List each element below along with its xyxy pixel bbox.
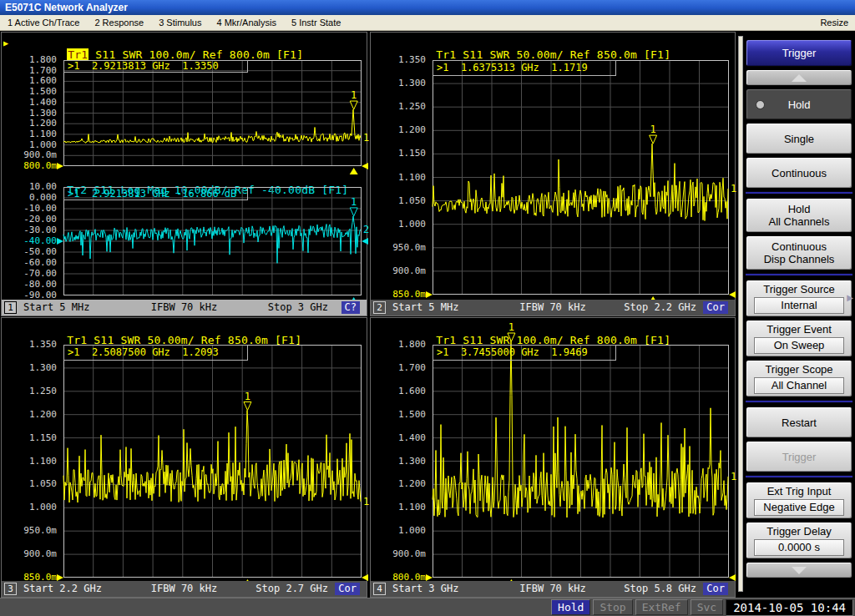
marker-1-icon[interactable]	[244, 402, 251, 411]
softkey-separator	[746, 475, 852, 478]
channel2-y-axis: 1.3501.3001.2501.2001.1501.1001.0501.000…	[371, 60, 429, 295]
softkey-scroll-up-button[interactable]	[746, 69, 852, 86]
softkey-continuous[interactable]: Continuous	[746, 157, 852, 189]
instrument-screen: E5071C Network Analyzer 1 Active Ch/Trac…	[0, 0, 855, 616]
channel3-status-bar: 3 Start 2.2 GHz IFBW 70 kHz Stop 2.7 GHz…	[2, 581, 367, 597]
channel3-plot[interactable]: 11 >1 2.5087500 GHz 1.2093	[63, 345, 362, 578]
softkey-label: All Channels	[769, 215, 830, 228]
softkey-single[interactable]: Single	[746, 123, 852, 154]
marker-number-label: 1	[351, 196, 357, 208]
y-axis-label: 1.350	[371, 55, 426, 65]
softkey-trigger-delay[interactable]: Trigger Delay0.0000 s	[746, 522, 852, 559]
y-axis-label: 800.0m	[2, 161, 57, 171]
softkey-restart[interactable]: Restart	[746, 406, 852, 438]
softkey-value: 0.0000 s	[754, 539, 844, 556]
y-axis-label: 950.0m	[2, 526, 57, 536]
status-indicator-svc: Svc	[691, 599, 723, 615]
softkey-trigger: Trigger	[746, 441, 852, 472]
channel-4-window[interactable]: Tr1 S11 SWR 100.0m/ Ref 800.0m [F1] 1.80…	[370, 317, 736, 598]
channel1-trace1-plot[interactable]: 11 >1 2.9213813 GHz 1.3350	[63, 60, 362, 166]
softkey-continuous[interactable]: ContinuousDisp Channels	[746, 235, 852, 270]
softkey-hold[interactable]: Hold	[746, 88, 852, 120]
trace-number-indicator: 2	[363, 224, 369, 235]
softkey-label: Trigger Source	[763, 283, 835, 295]
menu-item-4-mkr-analysis[interactable]: 4 Mkr/Analysis	[216, 15, 276, 30]
softkey-scroll-strip[interactable]	[738, 36, 743, 592]
ref-level-right-arrow-icon	[729, 574, 736, 581]
ref-level-left-arrow-icon	[57, 238, 63, 245]
y-axis-label: 950.0m	[371, 243, 426, 253]
selected-radio-icon	[756, 100, 765, 109]
softkey-scroll-down-button[interactable]	[746, 562, 852, 578]
ifbw-value: IFBW 70 kHz	[519, 583, 585, 594]
channel-3-window[interactable]: Tr1 S11 SWR 50.00m/ Ref 850.0m [F1] 1.35…	[1, 317, 367, 598]
softkey-panel: TriggerHoldSingleContinuousHoldAll Chann…	[737, 31, 855, 598]
menu-item-3-stimulus[interactable]: 3 Stimulus	[159, 15, 201, 30]
trace-name: Tr1	[67, 48, 89, 61]
y-axis-label: -70.00	[2, 269, 57, 279]
instrument-status-bar: HoldStopExtRefSvc2014-10-05 10:44	[0, 598, 855, 616]
y-axis-label: -60.00	[2, 258, 57, 268]
softkey-value: Negative Edge	[754, 499, 844, 516]
menu-item-1-active-ch-trace[interactable]: 1 Active Ch/Trace	[8, 15, 79, 30]
y-axis-label: 1.600	[371, 386, 426, 396]
ifbw-value: IFBW 70 kHz	[519, 301, 585, 313]
channel2-trace1-header[interactable]: Tr1 S11 SWR 50.00m/ Ref 850.0m [F1]	[371, 36, 735, 49]
trace-number-indicator: 1	[363, 496, 369, 507]
menu-items: 1 Active Ch/Trace2 Response3 Stimulus4 M…	[0, 18, 348, 28]
menu-item-2-response[interactable]: 2 Response	[94, 15, 144, 30]
channel3-trace1-header[interactable]: Tr1 S11 SWR 50.00m/ Ref 850.0m [F1]	[2, 321, 367, 335]
cal-status-badge: C?	[341, 301, 360, 314]
channel1-status-bar: 1 Start 5 MHz IFBW 70 kHz Stop 3 GHz C?	[2, 300, 367, 316]
channel-1-window[interactable]: ▶Tr1 S11 SWR 100.0m/ Ref 800.0m [F1] 1.8…	[1, 32, 367, 316]
y-axis-label: 1.500	[2, 87, 57, 97]
y-axis-label: 1.800	[371, 340, 426, 350]
trace-number-indicator: 1	[731, 471, 736, 482]
softkey-trigger-source[interactable]: Trigger SourceInternal▶	[746, 280, 852, 317]
softkey-value: All Channel	[754, 377, 844, 394]
channel1-trace1-y-axis: 1.8001.7001.6001.5001.4001.3001.2001.100…	[2, 60, 60, 166]
marker-1-icon[interactable]	[650, 135, 657, 144]
y-axis-label: 1.000	[2, 140, 57, 150]
y-axis-label: 1.100	[371, 173, 426, 183]
menu-item-5-instr-state[interactable]: 5 Instr State	[291, 15, 341, 30]
ifbw-value: IFBW 70 kHz	[151, 583, 217, 594]
softkey-value: Internal	[754, 297, 844, 314]
y-axis-label: 1.300	[2, 363, 57, 373]
trace-plot-svg: 11	[63, 60, 362, 166]
start-frequency: Start 5 MHz	[23, 301, 89, 313]
channel4-plot[interactable]: 11 >1 3.7455000 GHz 1.9469	[433, 345, 729, 578]
y-axis-label: 1.400	[371, 433, 426, 443]
y-axis-label: 850.0m	[371, 290, 426, 300]
softkey-label: Trigger Event	[766, 323, 832, 336]
channel-2-window[interactable]: Tr1 S11 SWR 50.00m/ Ref 850.0m [F1] 1.35…	[370, 32, 736, 316]
channel4-trace1-header[interactable]: Tr1 S11 SWR 100.0m/ Ref 800.0m [F1]	[371, 321, 735, 335]
channel1-trace2-plot[interactable]: 12 >1 2.9213813 GHz -16.866 dB	[63, 187, 362, 295]
y-axis-label: 1.150	[371, 149, 426, 159]
channel-number: 1	[4, 301, 17, 314]
softkey-ext-trig-input[interactable]: Ext Trig InputNegative Edge	[746, 482, 852, 519]
cal-status-badge: Cor	[703, 301, 728, 314]
marker-readout: >1 3.7455000 GHz 1.9469	[433, 345, 616, 361]
y-axis-label: 1.000	[371, 526, 426, 536]
channel1-trace1-header[interactable]: ▶Tr1 S11 SWR 100.0m/ Ref 800.0m [F1]	[2, 36, 367, 49]
channel-number: 3	[4, 583, 17, 595]
cal-status-badge: Cor	[703, 583, 728, 595]
trace-name: Tr1	[436, 48, 456, 61]
stop-frequency: Stop 2.2 GHz	[624, 301, 696, 313]
trace-plot-svg: 11	[63, 345, 362, 578]
y-axis-label: 0.000	[2, 193, 57, 203]
softkey-hold[interactable]: HoldAll Channels	[746, 198, 852, 233]
ref-level-right-arrow-icon	[362, 238, 368, 245]
softkey-label: Continuous	[772, 240, 827, 253]
y-axis-label: 1.800	[2, 55, 57, 65]
marker-1-icon[interactable]	[350, 208, 357, 216]
menu-resize[interactable]: Resize	[820, 15, 848, 30]
channel2-plot[interactable]: 11 >1 1.6375313 GHz 1.1719	[433, 60, 729, 295]
marker-1-icon[interactable]	[350, 101, 357, 109]
y-axis-label: 900.0m	[371, 549, 426, 559]
ifbw-value: IFBW 70 kHz	[151, 301, 217, 313]
stop-frequency: Stop 5.8 GHz	[624, 583, 696, 594]
softkey-trigger-event[interactable]: Trigger EventOn Sweep	[746, 320, 852, 357]
softkey-trigger-scope[interactable]: Trigger ScopeAll Channel	[746, 360, 852, 397]
